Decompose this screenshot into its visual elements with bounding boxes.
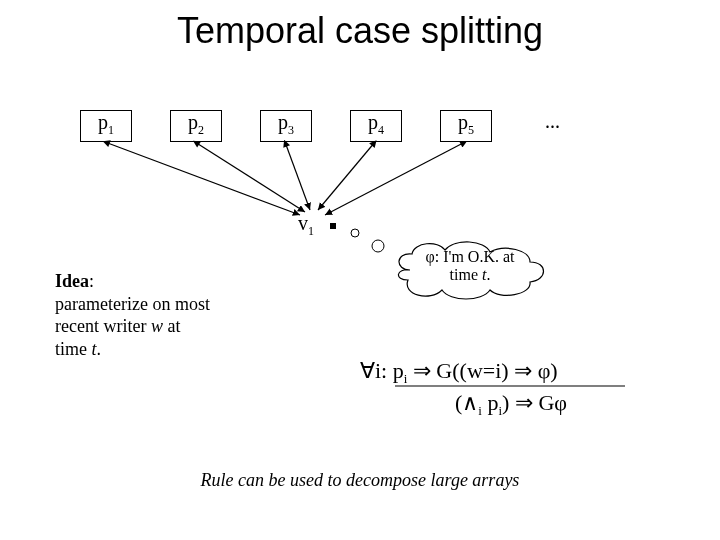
svg-line-0 [105, 142, 300, 215]
v1-label: v1 [298, 212, 314, 239]
box-p4-label: p4 [368, 111, 384, 133]
box-p5: p5 [440, 110, 492, 142]
ellipsis: ... [545, 110, 560, 133]
formula-line-2: (∧i pi) ⇒ Gφ [455, 390, 567, 419]
svg-line-1 [195, 142, 305, 212]
footnote: Rule can be used to decompose large arra… [0, 470, 720, 491]
svg-point-6 [351, 229, 359, 237]
svg-line-2 [285, 142, 310, 210]
box-p5-label: p5 [458, 111, 474, 133]
cloud-text: φ: I'm O.K. at time t. [390, 248, 550, 285]
box-p2: p2 [170, 110, 222, 142]
box-p1: p1 [80, 110, 132, 142]
svg-line-3 [318, 142, 375, 210]
svg-line-4 [325, 142, 465, 215]
idea-text: Idea: parameterize on most recent writer… [55, 270, 285, 360]
svg-rect-5 [330, 223, 336, 229]
box-p1-label: p1 [98, 111, 114, 133]
box-p3: p3 [260, 110, 312, 142]
page-title: Temporal case splitting [0, 10, 720, 52]
box-p2-label: p2 [188, 111, 204, 133]
box-p3-label: p3 [278, 111, 294, 133]
formula-line-1: ∀i: pi ⇒ G((w=i) ⇒ φ) [360, 358, 558, 387]
cloud-callout: φ: I'm O.K. at time t. [390, 240, 550, 300]
box-p4: p4 [350, 110, 402, 142]
svg-point-7 [372, 240, 384, 252]
